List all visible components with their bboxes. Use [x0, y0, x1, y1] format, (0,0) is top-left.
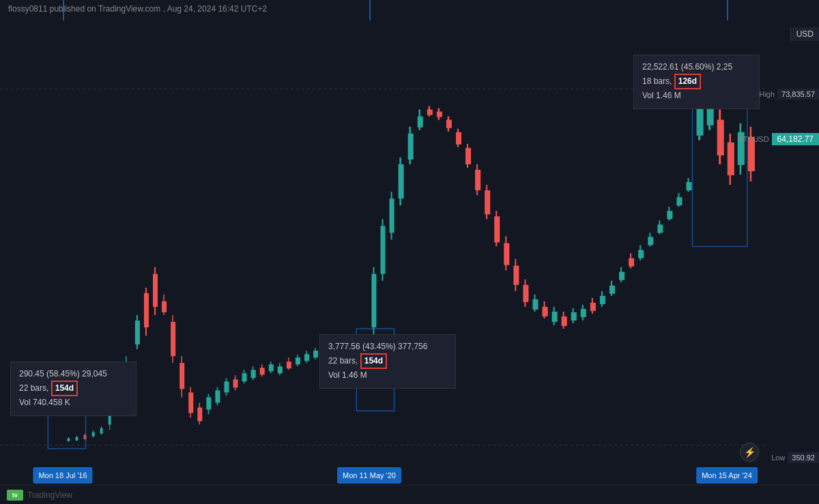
symbol-text: BTCUSD: [738, 135, 768, 143]
info-box-3: 22,522.61 (45.60%) 2,25 18 bars, 126d Vo…: [633, 55, 760, 109]
info-box-1: 290.45 (58.45%) 29,045 22 bars, 154d Vol…: [10, 361, 136, 416]
svg-rect-24: [153, 274, 158, 307]
timezone-label: UTC+2: [241, 4, 267, 14]
svg-rect-97: [485, 190, 490, 214]
svg-rect-147: [728, 143, 734, 175]
svg-rect-56: [296, 357, 300, 364]
svg-rect-40: [224, 381, 229, 392]
info-box-3-line3: Vol 1.46 M: [642, 89, 751, 102]
info-box-2: 3,777.56 (43.45%) 377,756 22 bars, 154d …: [319, 334, 456, 389]
tv-icon: tv: [7, 490, 23, 501]
svg-rect-113: [562, 316, 567, 326]
svg-rect-145: [717, 120, 724, 155]
author-label: flossy0811: [8, 4, 47, 14]
svg-rect-93: [465, 148, 471, 164]
svg-rect-73: [371, 274, 376, 327]
date-label: Aug 24, 2024: [167, 4, 216, 14]
low-price-value: 350.92: [788, 452, 819, 463]
svg-rect-141: [697, 108, 704, 136]
svg-rect-28: [171, 322, 175, 356]
brand-name: TradingView: [27, 490, 72, 500]
svg-rect-75: [380, 226, 385, 273]
svg-rect-4: [67, 439, 70, 441]
svg-rect-127: [629, 258, 634, 267]
published-text: published on: [50, 4, 98, 14]
high-text: High: [759, 90, 775, 98]
svg-rect-125: [619, 272, 624, 280]
bars-highlight-3: 126d: [674, 74, 701, 89]
info-box-1-line3: Vol 740.458 K: [19, 396, 128, 409]
svg-rect-83: [418, 117, 423, 128]
svg-rect-20: [135, 321, 140, 344]
svg-rect-103: [513, 266, 519, 285]
svg-rect-135: [667, 211, 672, 219]
info-box-3-line2: 18 bars, 126d: [642, 74, 751, 89]
btcusd-label: BTCUSD 64,182.77: [738, 133, 819, 145]
info-box-2-line3: Vol 1.46 M: [328, 369, 447, 382]
svg-rect-109: [543, 307, 548, 316]
svg-rect-34: [197, 408, 202, 421]
current-price-value: 64,182.77: [772, 133, 819, 145]
bars-highlight-2: 154d: [360, 353, 387, 369]
svg-rect-77: [390, 198, 394, 233]
svg-rect-26: [162, 301, 167, 312]
svg-rect-32: [188, 392, 193, 413]
tradingview-logo: tv TradingView: [7, 490, 72, 501]
info-box-1-line1: 290.45 (58.45%) 29,045: [19, 368, 128, 381]
svg-rect-48: [260, 368, 265, 374]
svg-rect-99: [494, 216, 500, 242]
chart-header: flossy0811 published on TradingView.com …: [0, 0, 819, 18]
platform-label: TradingView.com: [98, 4, 160, 14]
lightning-button[interactable]: ⚡: [740, 443, 759, 462]
svg-rect-60: [313, 351, 318, 357]
svg-rect-107: [532, 299, 538, 310]
high-price-label: High 73,835.57: [759, 89, 819, 100]
svg-rect-85: [427, 110, 433, 115]
svg-rect-119: [590, 303, 596, 311]
bars-highlight-1: 154d: [51, 381, 78, 396]
svg-rect-54: [287, 361, 291, 368]
low-text: Low: [771, 454, 785, 462]
date-label-2[interactable]: Mon 11 May '20: [337, 467, 401, 484]
date-label-3[interactable]: Mon 15 Apr '24: [696, 467, 758, 484]
high-price-value: 73,835.57: [777, 89, 819, 100]
info-box-2-line1: 3,777.56 (43.45%) 377,756: [328, 340, 447, 353]
svg-rect-137: [676, 197, 682, 205]
bottom-bar: tv TradingView: [0, 485, 819, 504]
date-label-1[interactable]: Mon 18 Jul '16: [33, 467, 92, 484]
svg-rect-133: [657, 224, 663, 233]
svg-rect-10: [92, 432, 95, 436]
svg-rect-129: [638, 250, 644, 258]
time-label: 16:42: [218, 4, 238, 14]
currency-label: USD: [790, 27, 819, 41]
svg-rect-58: [304, 354, 309, 361]
lightning-icon: ⚡: [744, 447, 756, 458]
svg-rect-38: [215, 390, 220, 402]
svg-rect-115: [571, 312, 577, 321]
low-price-label: Low 350.92: [771, 452, 819, 463]
svg-rect-95: [475, 170, 480, 190]
svg-rect-46: [251, 370, 256, 378]
svg-rect-123: [609, 286, 615, 294]
info-box-2-line2: 22 bars, 154d: [328, 353, 447, 369]
svg-rect-50: [269, 364, 274, 371]
svg-rect-117: [581, 309, 586, 317]
svg-rect-52: [278, 366, 283, 373]
svg-rect-36: [206, 397, 211, 409]
svg-rect-121: [600, 296, 605, 304]
svg-rect-87: [437, 112, 442, 117]
svg-rect-91: [456, 132, 461, 145]
svg-rect-22: [144, 293, 149, 327]
info-box-1-line2: 22 bars, 154d: [19, 381, 128, 396]
svg-rect-101: [504, 243, 509, 265]
svg-rect-105: [523, 285, 528, 302]
svg-rect-81: [408, 134, 414, 160]
svg-rect-131: [648, 237, 653, 245]
svg-rect-12: [100, 428, 103, 434]
svg-rect-6: [75, 437, 78, 441]
svg-rect-44: [242, 373, 247, 381]
svg-rect-79: [399, 164, 404, 198]
svg-rect-30: [179, 363, 184, 389]
info-box-3-line1: 22,522.61 (45.60%) 2,25: [642, 61, 751, 74]
chart-container: flossy0811 published on TradingView.com …: [0, 0, 819, 504]
